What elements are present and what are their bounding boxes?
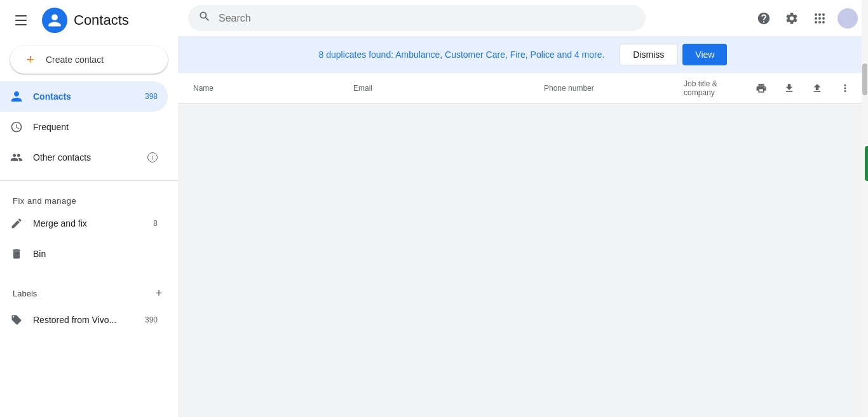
merge-fix-badge: 8 xyxy=(153,219,158,228)
plus-icon: + xyxy=(23,52,38,67)
sidebar-item-merge-fix[interactable]: Merge and fix 8 xyxy=(0,208,168,239)
other-contacts-label: Other contacts xyxy=(33,152,135,162)
user-avatar[interactable] xyxy=(837,8,858,29)
contacts-label: Contacts xyxy=(33,91,135,102)
hamburger-area: Contacts xyxy=(0,5,178,38)
top-icons xyxy=(751,6,858,31)
search-bar xyxy=(188,5,646,31)
search-icon xyxy=(198,10,211,26)
scrollbar-thumb[interactable] xyxy=(862,63,867,95)
print-button[interactable] xyxy=(749,76,774,101)
merge-fix-icon xyxy=(10,217,23,230)
label-item-restored[interactable]: Restored from Vivo... 390 xyxy=(0,305,168,335)
notification-bar: 8 duplicates found: Ambulance, Customer … xyxy=(178,36,868,73)
notification-actions: Dismiss View xyxy=(620,44,727,65)
help-button[interactable] xyxy=(751,6,776,31)
app-icon xyxy=(42,8,67,33)
contacts-badge: 398 xyxy=(145,92,158,101)
settings-button[interactable] xyxy=(779,6,804,31)
sidebar-item-bin[interactable]: Bin xyxy=(0,239,168,269)
app-title: Contacts xyxy=(74,12,129,29)
other-contacts-info-icon: i xyxy=(147,152,158,162)
sidebar-item-frequent[interactable]: Frequent xyxy=(0,112,168,142)
nav-section: Contacts 398 Frequent Other contacts i xyxy=(0,81,178,417)
download-button[interactable] xyxy=(776,76,802,101)
table-header: Name Email Phone number Job title & comp… xyxy=(178,73,868,103)
app-logo: Contacts xyxy=(42,8,129,33)
view-button[interactable]: View xyxy=(682,44,727,65)
add-label-button[interactable]: + xyxy=(150,284,168,302)
labels-title: Labels xyxy=(13,289,37,298)
column-email: Email xyxy=(353,84,544,93)
bin-icon xyxy=(10,248,23,260)
bin-label: Bin xyxy=(33,249,158,259)
scrollbar-track[interactable] xyxy=(862,0,868,417)
sidebar-item-contacts[interactable]: Contacts 398 xyxy=(0,81,168,112)
fix-manage-section-header: Fix and manage xyxy=(0,186,178,208)
column-phone: Phone number xyxy=(544,84,684,93)
search-input[interactable] xyxy=(219,13,635,24)
hamburger-menu[interactable] xyxy=(10,10,32,30)
other-contacts-icon xyxy=(10,151,23,164)
apps-icon xyxy=(815,13,825,23)
sidebar-item-other-contacts[interactable]: Other contacts i xyxy=(0,142,168,173)
create-contact-button[interactable]: + Create contact xyxy=(10,46,168,74)
labels-header: Labels + xyxy=(0,274,178,305)
column-name: Name xyxy=(188,84,353,93)
notification-text: 8 duplicates found: Ambulance, Customer … xyxy=(319,50,605,60)
column-job: Job title & company xyxy=(684,79,749,97)
apps-button[interactable] xyxy=(807,6,832,31)
label-text-restored: Restored from Vivo... xyxy=(33,315,135,325)
main-content: 8 duplicates found: Ambulance, Customer … xyxy=(178,0,868,417)
table-actions xyxy=(749,76,858,101)
frequent-label: Frequent xyxy=(33,122,158,132)
upload-button[interactable] xyxy=(804,76,830,101)
contacts-icon xyxy=(10,90,23,103)
sidebar: Contacts + Create contact Contacts 398 F… xyxy=(0,0,178,417)
label-icon xyxy=(10,314,23,326)
side-accent-bar xyxy=(865,146,868,181)
dismiss-button[interactable]: Dismiss xyxy=(620,44,677,65)
create-contact-label: Create contact xyxy=(46,55,104,65)
top-bar xyxy=(178,0,868,36)
table-body xyxy=(178,103,868,417)
more-options-button[interactable] xyxy=(832,76,858,101)
label-count-restored: 390 xyxy=(145,315,158,324)
frequent-icon xyxy=(10,121,23,133)
merge-fix-label: Merge and fix xyxy=(33,218,143,228)
